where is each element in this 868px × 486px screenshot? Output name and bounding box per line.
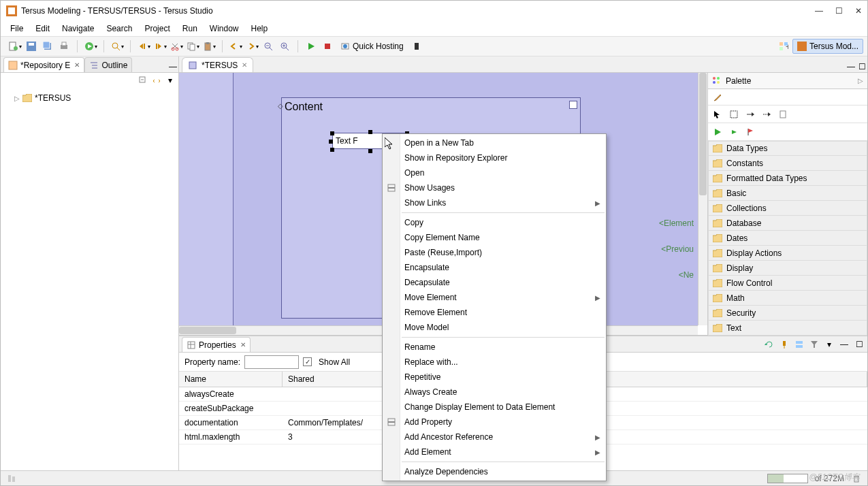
context-menu-item[interactable]: Encapsulate bbox=[383, 260, 606, 275]
context-menu-item[interactable]: Rename bbox=[383, 340, 606, 355]
play-small-icon[interactable] bbox=[728, 127, 739, 137]
context-menu-item[interactable]: Show in Repository Explorer bbox=[383, 150, 606, 165]
close-icon[interactable]: ✕ bbox=[242, 61, 247, 69]
repository-tree[interactable]: ▷ *TERSUS bbox=[1, 88, 178, 470]
menu-edit[interactable]: Edit bbox=[30, 22, 55, 35]
context-menu-item[interactable]: Always Create bbox=[383, 385, 606, 400]
maximize-button[interactable]: ☐ bbox=[835, 6, 843, 16]
selection-handle[interactable] bbox=[368, 149, 372, 153]
palette-item[interactable]: Basic bbox=[708, 186, 867, 201]
menu-navigate[interactable]: Navigate bbox=[57, 22, 99, 35]
menu-project[interactable]: Project bbox=[139, 22, 175, 35]
search-button[interactable]: ▾ bbox=[110, 39, 125, 54]
palette-item[interactable]: Dates bbox=[708, 231, 867, 246]
menu-run[interactable]: Run bbox=[177, 22, 203, 35]
selection-handle[interactable] bbox=[329, 140, 333, 144]
palette-item[interactable]: Formatted Data Types bbox=[708, 171, 867, 186]
view-menu-button[interactable]: ▾ bbox=[165, 75, 176, 86]
expand-icon[interactable]: ▷ bbox=[14, 95, 20, 102]
view-menu-button[interactable]: ▾ bbox=[824, 339, 835, 350]
editor-tab-tersus[interactable]: *TERSUS ✕ bbox=[182, 57, 253, 72]
palette-item[interactable]: Data Types bbox=[708, 141, 867, 156]
cut-button[interactable]: ▾ bbox=[169, 39, 184, 54]
arrow-solid-icon[interactable] bbox=[745, 109, 756, 120]
palette-item[interactable]: Display Actions bbox=[708, 246, 867, 261]
context-menu-item[interactable]: Open bbox=[383, 165, 606, 180]
heap-meter[interactable] bbox=[767, 474, 808, 483]
menu-window[interactable]: Window bbox=[204, 22, 244, 35]
forward-button[interactable]: ▾ bbox=[244, 39, 259, 54]
palette-item[interactable]: Math bbox=[708, 291, 867, 306]
context-menu-item[interactable]: Replace with... bbox=[383, 355, 606, 370]
tab-properties[interactable]: Properties ✕ bbox=[182, 337, 251, 352]
menu-file[interactable]: File bbox=[5, 22, 29, 35]
maximize-view-button[interactable]: ☐ bbox=[854, 339, 865, 350]
tree-item-tersus[interactable]: ▷ *TERSUS bbox=[5, 92, 174, 104]
context-menu-item[interactable]: Add Ancestor Reference▶ bbox=[383, 430, 606, 444]
close-icon[interactable]: ✕ bbox=[240, 341, 246, 349]
arrow-dashed-icon[interactable] bbox=[761, 109, 772, 120]
property-name-input[interactable] bbox=[244, 355, 299, 369]
zoom-out-button[interactable] bbox=[261, 39, 276, 54]
context-menu[interactable]: Open in a New TabShow in Repository Expl… bbox=[382, 133, 607, 481]
palette-item[interactable]: Display bbox=[708, 261, 867, 276]
link-editor-button[interactable] bbox=[151, 75, 162, 86]
context-menu-item[interactable]: Add Property bbox=[383, 415, 606, 430]
menu-search[interactable]: Search bbox=[101, 22, 138, 35]
minimize-editor-button[interactable]: — bbox=[846, 61, 856, 72]
categories-button[interactable] bbox=[794, 339, 805, 350]
stop-button[interactable] bbox=[320, 39, 335, 54]
show-all-checkbox[interactable] bbox=[303, 357, 312, 366]
device-button[interactable] bbox=[409, 39, 424, 54]
print-button[interactable] bbox=[57, 39, 71, 54]
pin-button[interactable] bbox=[779, 339, 790, 350]
context-menu-item[interactable]: Move Element▶ bbox=[383, 290, 606, 305]
open-perspective-button[interactable]: + bbox=[776, 39, 791, 54]
context-menu-item[interactable]: Copy bbox=[383, 215, 606, 230]
context-menu-item[interactable]: Change Display Element to Data Element bbox=[383, 400, 606, 415]
minimize-view-button[interactable]: — bbox=[839, 339, 850, 350]
close-button[interactable]: ✕ bbox=[855, 6, 862, 16]
palette-item[interactable]: Database bbox=[708, 216, 867, 231]
port-handle-icon[interactable]: ◇ bbox=[278, 102, 283, 110]
paste-button[interactable]: ▾ bbox=[202, 39, 216, 54]
context-menu-item[interactable]: Move Model bbox=[383, 320, 606, 335]
select-tool-icon[interactable] bbox=[712, 109, 723, 120]
context-menu-item[interactable]: Repetitive bbox=[383, 370, 606, 385]
flag-red-icon[interactable] bbox=[745, 127, 756, 137]
context-menu-item[interactable]: Copy Element Name bbox=[383, 230, 606, 245]
copy-button[interactable]: ▾ bbox=[185, 39, 200, 54]
context-menu-item[interactable]: Decapsulate bbox=[383, 275, 606, 290]
selection-handle[interactable] bbox=[368, 130, 372, 134]
palette-list[interactable]: Data TypesConstantsFormatted Data TypesB… bbox=[708, 141, 867, 336]
play-green-icon[interactable] bbox=[712, 127, 723, 137]
filter-button[interactable] bbox=[809, 339, 820, 350]
context-menu-item[interactable]: Remove Element bbox=[383, 305, 606, 320]
selection-handle[interactable] bbox=[330, 131, 334, 135]
context-menu-item[interactable]: Analyze Dependencies bbox=[383, 464, 606, 479]
nav-next-button[interactable]: ▾ bbox=[152, 39, 167, 54]
marquee-tool-icon[interactable] bbox=[728, 109, 739, 120]
palette-collapse-icon[interactable]: ▷ bbox=[858, 77, 863, 84]
new-dropdown-button[interactable]: ▾ bbox=[7, 39, 22, 54]
minimize-button[interactable]: — bbox=[815, 6, 823, 16]
back-button[interactable]: ▾ bbox=[228, 39, 243, 54]
context-menu-item[interactable]: Open in a New Tab bbox=[383, 135, 606, 150]
perspective-tersus[interactable]: Tersus Mod... bbox=[792, 39, 863, 54]
run-config-button[interactable]: ▾ bbox=[83, 39, 98, 54]
context-menu-item[interactable]: Add Element▶ bbox=[383, 444, 606, 459]
palette-item[interactable]: Collections bbox=[708, 201, 867, 216]
tab-repository-explorer[interactable]: *Repository E ✕ bbox=[3, 57, 84, 72]
pencil-tool-icon[interactable] bbox=[712, 92, 723, 103]
nav-last-button[interactable]: ▾ bbox=[136, 39, 151, 54]
col-name[interactable]: Name bbox=[179, 372, 283, 387]
minimize-view-button[interactable]: — bbox=[167, 61, 178, 72]
palette-item[interactable]: Security bbox=[708, 306, 867, 321]
new-file-icon[interactable] bbox=[777, 109, 788, 120]
palette-item[interactable]: Flow Control bbox=[708, 276, 867, 291]
status-indicator-icon[interactable] bbox=[6, 473, 17, 484]
collapse-all-button[interactable] bbox=[138, 75, 148, 86]
close-icon[interactable]: ✕ bbox=[74, 61, 80, 69]
context-menu-item[interactable]: Show Usages bbox=[383, 180, 606, 195]
palette-item[interactable]: Constants bbox=[708, 156, 867, 171]
